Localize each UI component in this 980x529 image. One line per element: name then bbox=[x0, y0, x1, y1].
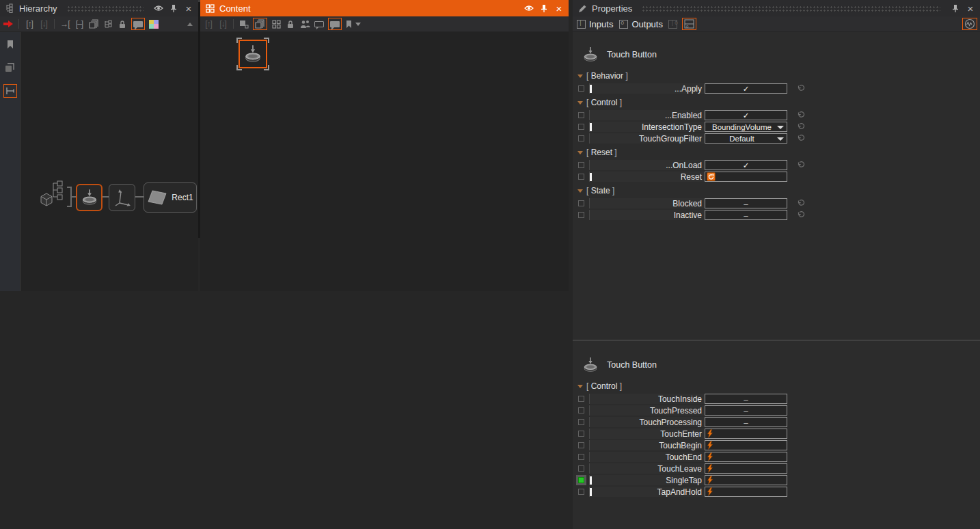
collapse-triangle-icon[interactable] bbox=[577, 151, 583, 154]
expose-checkbox-inactive[interactable] bbox=[578, 212, 584, 218]
close-icon[interactable]: × bbox=[183, 3, 194, 14]
reset-action-button[interactable] bbox=[707, 172, 716, 181]
revert-icon[interactable] bbox=[797, 85, 805, 92]
pin-icon[interactable] bbox=[950, 3, 961, 14]
expose-checkbox-touch-pressed[interactable] bbox=[578, 407, 584, 413]
revert-icon[interactable] bbox=[797, 211, 805, 219]
tree-layout-toggle-icon[interactable] bbox=[3, 84, 17, 98]
collapse-triangle-icon[interactable] bbox=[577, 189, 583, 193]
move-down-icon[interactable]: [↓] bbox=[38, 18, 49, 30]
move-down-icon[interactable]: [↓] bbox=[217, 18, 228, 30]
group-header-state[interactable]: State bbox=[573, 184, 980, 198]
hierarchy-canvas[interactable]: Rect1 bbox=[0, 32, 198, 291]
grid-view-icon[interactable] bbox=[271, 18, 282, 30]
expose-checkbox-touch-leave[interactable] bbox=[578, 465, 584, 472]
touch-leave-field[interactable] bbox=[705, 463, 787, 474]
split-node-icon[interactable]: [–] bbox=[74, 18, 85, 30]
revert-icon[interactable] bbox=[797, 135, 805, 142]
insert-node-icon[interactable]: →[ bbox=[59, 18, 70, 30]
touch-begin-field[interactable] bbox=[705, 440, 787, 450]
on-load-field[interactable]: ✓ bbox=[705, 160, 787, 170]
lock-icon[interactable] bbox=[117, 18, 128, 30]
group-users-icon[interactable] bbox=[299, 18, 310, 30]
touch-enter-field[interactable] bbox=[705, 429, 787, 439]
pin-icon[interactable] bbox=[168, 3, 179, 14]
expose-checkbox-touch-group-filter[interactable] bbox=[578, 135, 584, 141]
eye-icon[interactable] bbox=[153, 3, 164, 14]
tab-outputs[interactable]: 0 Outputs bbox=[618, 19, 664, 29]
layers-view-icon[interactable] bbox=[3, 61, 17, 74]
io-split-icon[interactable]: ❘0 bbox=[668, 18, 679, 30]
expose-checkbox-on-load[interactable] bbox=[578, 162, 584, 168]
revert-icon[interactable] bbox=[797, 111, 805, 119]
group-header-reset[interactable]: Reset bbox=[573, 146, 980, 159]
expose-checkbox-touch-inside[interactable] bbox=[578, 396, 584, 402]
expose-checkbox-touch-processing[interactable] bbox=[578, 419, 584, 425]
close-icon[interactable]: × bbox=[965, 3, 976, 14]
color-palette-icon[interactable] bbox=[148, 18, 159, 30]
blocked-field[interactable]: – bbox=[705, 198, 787, 208]
touch-processing-field[interactable]: – bbox=[705, 417, 787, 427]
property-label: Blocked bbox=[672, 199, 702, 208]
collapse-triangle-icon[interactable] bbox=[577, 385, 583, 388]
group-reset: Reset...OnLoad✓Reset bbox=[573, 146, 980, 182]
exposed-checkbox-single-tap[interactable] bbox=[578, 477, 584, 483]
revert-icon[interactable] bbox=[797, 161, 805, 169]
lock-icon[interactable] bbox=[285, 18, 296, 30]
bookmark-menu-icon[interactable] bbox=[345, 18, 361, 30]
expose-checkbox-touch-end[interactable] bbox=[578, 454, 584, 460]
close-icon[interactable]: × bbox=[554, 3, 564, 14]
layers-icon[interactable] bbox=[253, 18, 267, 30]
inactive-field[interactable]: – bbox=[705, 210, 787, 220]
property-label: TouchInside bbox=[658, 394, 702, 404]
touch-button-node[interactable] bbox=[76, 184, 103, 211]
enabled-field[interactable]: ✓ bbox=[705, 110, 787, 120]
axes-node[interactable] bbox=[109, 184, 135, 211]
touch-end-field[interactable] bbox=[705, 452, 787, 462]
subtree-icon[interactable] bbox=[103, 18, 113, 30]
move-up-icon[interactable]: [↑] bbox=[24, 18, 35, 30]
expose-checkbox-touch-begin[interactable] bbox=[578, 442, 584, 448]
scroll-up-icon[interactable] bbox=[185, 18, 195, 30]
group-header-control[interactable]: Control bbox=[573, 96, 980, 109]
reset-field[interactable] bbox=[705, 172, 787, 182]
comments-toggle-icon[interactable] bbox=[131, 18, 145, 30]
revert-icon[interactable] bbox=[797, 200, 805, 207]
snap-frame-icon[interactable] bbox=[239, 18, 249, 30]
rect-node[interactable]: Rect1 bbox=[144, 182, 197, 213]
tab-inputs[interactable]: ❘ Inputs bbox=[575, 19, 614, 29]
tap-and-hold-field[interactable] bbox=[705, 487, 787, 497]
pin-icon[interactable] bbox=[539, 3, 549, 14]
comment-filled-icon[interactable] bbox=[328, 18, 342, 30]
scene-root-node[interactable] bbox=[38, 180, 67, 214]
touch-pressed-field[interactable]: – bbox=[705, 405, 787, 416]
jump-to-node-icon[interactable] bbox=[3, 18, 14, 30]
comment-outline-icon[interactable] bbox=[314, 18, 325, 30]
move-up-icon[interactable]: [↑] bbox=[203, 18, 214, 30]
bookmark-icon[interactable] bbox=[3, 38, 17, 51]
io-combined-icon[interactable]: 0 bbox=[682, 18, 696, 30]
expose-checkbox-blocked[interactable] bbox=[578, 200, 584, 206]
expose-checkbox-intersection-type[interactable] bbox=[578, 124, 584, 130]
checkmark: ✓ bbox=[743, 84, 750, 94]
expose-checkbox-apply[interactable] bbox=[578, 85, 584, 92]
eye-icon[interactable] bbox=[523, 3, 534, 14]
touch-group-filter-field[interactable]: Default bbox=[705, 133, 787, 144]
touch-inside-field[interactable]: – bbox=[705, 394, 787, 404]
collapse-triangle-icon[interactable] bbox=[577, 101, 583, 105]
expose-checkbox-enabled[interactable] bbox=[578, 112, 584, 118]
group-header-behavior[interactable]: Behavior bbox=[573, 69, 980, 83]
expose-checkbox-touch-enter[interactable] bbox=[578, 431, 584, 437]
intersection-type-field[interactable]: BoundingVolume bbox=[705, 122, 787, 132]
revert-icon[interactable] bbox=[797, 123, 805, 131]
apply-field[interactable]: ✓ bbox=[705, 83, 787, 94]
animation-icon[interactable] bbox=[962, 18, 977, 30]
collapse-triangle-icon[interactable] bbox=[577, 74, 583, 78]
expose-checkbox-tap-and-hold[interactable] bbox=[578, 489, 584, 495]
group-header-control[interactable]: Control bbox=[573, 379, 980, 393]
expose-checkbox-reset[interactable] bbox=[578, 174, 584, 180]
single-tap-field[interactable] bbox=[705, 475, 787, 485]
layers-icon[interactable] bbox=[88, 18, 99, 30]
content-canvas[interactable] bbox=[200, 32, 569, 291]
touch-button-item[interactable] bbox=[239, 40, 267, 68]
